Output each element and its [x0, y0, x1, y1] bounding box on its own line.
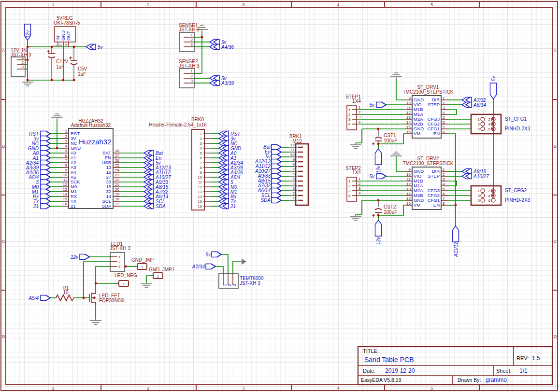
drawn-by-value[interactable]: grammo	[486, 377, 507, 383]
ref-brk0[interactable]: BRK0	[191, 117, 204, 122]
wire[interactable]	[356, 200, 362, 214]
wire[interactable]	[448, 110, 457, 114]
net-flag[interactable]	[210, 44, 219, 50]
ref-c12v[interactable]: C12V	[56, 59, 68, 64]
ref-gnd-jmp1[interactable]: GND_JMP1	[149, 267, 175, 272]
pin-number: 4	[443, 111, 445, 115]
pin-number: 9	[200, 170, 202, 175]
net-flag[interactable]	[80, 254, 89, 260]
value-cst[interactable]: 100uF	[384, 210, 397, 215]
ref-cfg-header[interactable]: ST_CFG2	[505, 188, 527, 193]
part-cfg-header[interactable]: PINHD-2X3	[505, 126, 530, 131]
net-flag[interactable]	[272, 198, 281, 203]
net-flag[interactable]	[144, 204, 154, 209]
pin-number: 4	[488, 194, 491, 198]
value-c5v[interactable]: 1uF	[78, 71, 86, 77]
net-flag[interactable]	[206, 264, 215, 269]
wire[interactable]	[96, 266, 110, 292]
net-label[interactable]: SDA	[156, 204, 166, 209]
wire[interactable]	[84, 262, 110, 298]
ref-cst[interactable]: CST1	[384, 133, 396, 138]
net-label[interactable]: 5v	[98, 44, 103, 50]
part-brk0[interactable]: Header-Female-2.54_1x16	[149, 122, 207, 127]
part-led-fet[interactable]: FQP30N06L	[99, 298, 126, 303]
wire[interactable]	[215, 266, 223, 274]
junction-dot	[377, 199, 380, 202]
wire[interactable]	[221, 254, 228, 274]
chip-label-huzzah32[interactable]: Huzzah32	[79, 138, 112, 146]
wire[interactable]	[356, 129, 362, 143]
net-flag[interactable]	[212, 252, 221, 257]
net-flag[interactable]	[462, 102, 472, 108]
net-flag[interactable]	[41, 204, 50, 209]
sheet-value[interactable]: 1/1	[519, 367, 528, 374]
net-label[interactable]: 12v	[71, 254, 79, 260]
net-label[interactable]: 5v	[491, 75, 496, 81]
component-r1[interactable]	[56, 295, 75, 301]
net-label[interactable]: A3/39	[221, 81, 234, 86]
schematic-sheet[interactable]: 1122334455AABBCCDDTITLE:Sand Table PCBRE…	[0, 0, 559, 392]
part-led1[interactable]: JST-XH 3	[110, 246, 130, 251]
net-flag[interactable]	[376, 174, 386, 179]
net-label[interactable]: 12v	[376, 237, 381, 245]
ref-c5v[interactable]: C5V	[78, 66, 87, 71]
sheet-title[interactable]: Sand Table PCB	[364, 356, 414, 364]
net-label[interactable]: 5v	[369, 174, 375, 179]
part-step-conn[interactable]: 1X4	[352, 98, 361, 104]
rev-value[interactable]: 1.5	[532, 355, 540, 362]
net-label[interactable]: SDA	[260, 197, 271, 203]
pin-name: STEP	[428, 173, 440, 179]
net-flag[interactable]	[375, 220, 382, 236]
net-flag[interactable]	[219, 204, 229, 209]
date-value[interactable]: 2019-12-20	[385, 367, 415, 374]
value-r1[interactable]: 10	[63, 290, 69, 295]
value-cst[interactable]: 100uF	[384, 138, 397, 143]
net-label[interactable]: A10/27	[473, 174, 489, 179]
part-driver[interactable]: TMC2100_STEPSTICK	[402, 89, 453, 95]
net-flag[interactable]	[376, 102, 386, 108]
part-driver[interactable]: TMC2100_STEPSTICK	[402, 161, 453, 166]
part-temt6000[interactable]: JST-XH 3	[240, 280, 260, 286]
part-sense2[interactable]: JST-XH 3	[179, 63, 200, 69]
ref-cst[interactable]: CST2	[384, 204, 396, 210]
schematic-canvas[interactable]: 1122334455AABBCCDDTITLE:Sand Table PCBRE…	[0, 0, 559, 392]
net-label[interactable]: 12v	[376, 165, 381, 173]
ref-led-neg[interactable]: LED_NEG	[115, 273, 137, 278]
component-cfg-header[interactable]	[471, 186, 501, 205]
part-sense1[interactable]: JST-XH 3	[179, 27, 200, 32]
net-flag[interactable]	[86, 44, 96, 50]
pin-number: 22	[115, 178, 119, 182]
pin-number: 1	[358, 105, 361, 110]
net-label[interactable]: 21	[230, 204, 236, 209]
net-flag[interactable]	[462, 174, 472, 179]
net-label[interactable]: 5v	[205, 252, 211, 257]
part-cfg-header[interactable]: PINHD-2X3	[505, 197, 530, 203]
net-label[interactable]: A4/36	[221, 44, 234, 50]
frame-column-label: 2	[147, 2, 149, 7]
part-5vreg[interactable]: OKI-78SR-5	[54, 20, 80, 26]
net-flag[interactable]	[41, 295, 50, 301]
net-label[interactable]: A6/14	[473, 102, 487, 108]
net-flag[interactable]	[375, 149, 382, 165]
net-flag[interactable]	[210, 81, 219, 86]
junction-dot	[27, 59, 29, 61]
pin-number: 2	[58, 44, 63, 46]
net-flag[interactable]	[490, 83, 497, 99]
pin-number: 3	[231, 284, 237, 286]
part-huzzah32[interactable]: Adafruit Huzzah32	[71, 123, 111, 128]
wire[interactable]	[146, 276, 153, 282]
net-flag[interactable]	[453, 226, 459, 242]
ref-gnd-jmp[interactable]: GND_JMP	[131, 257, 155, 263]
wire[interactable]	[233, 262, 240, 274]
wire-en[interactable]	[448, 134, 456, 205]
net-label[interactable]: A11/12	[453, 242, 459, 257]
component-cfg-header[interactable]	[471, 114, 501, 134]
net-label[interactable]: 12v	[25, 30, 30, 38]
value-c12v[interactable]: 1uF	[56, 64, 64, 70]
net-label[interactable]: A2/34	[192, 264, 205, 269]
part-step-conn[interactable]: 1X4	[352, 170, 361, 175]
net-label[interactable]: 5v	[369, 102, 375, 108]
net-label[interactable]: 21	[33, 204, 39, 209]
ref-cfg-header[interactable]: ST_CFG1	[505, 116, 527, 122]
net-label[interactable]: A5/4	[28, 295, 39, 301]
